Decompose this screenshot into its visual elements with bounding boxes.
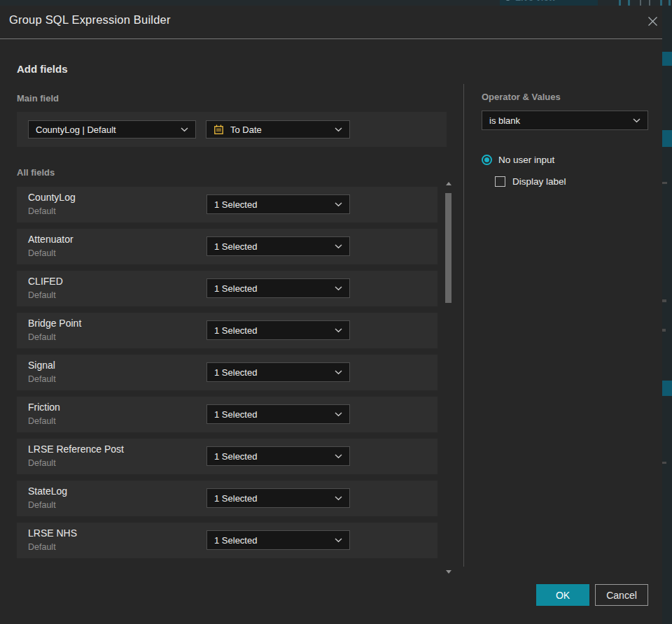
header-divider (0, 38, 662, 39)
field-selection-select[interactable]: 1 Selected (206, 530, 350, 550)
field-sublabel: Default (28, 290, 56, 300)
field-selection-select[interactable]: 1 Selected (206, 278, 350, 298)
scroll-down-icon[interactable] (446, 570, 451, 574)
field-selection-select[interactable]: 1 Selected (206, 488, 350, 508)
field-selection-value: 1 Selected (214, 283, 330, 294)
all-fields-label: All fields (17, 167, 55, 178)
chevron-down-icon (335, 328, 342, 333)
screen: Live view Group SQL Expression Builder A… (0, 0, 672, 624)
main-field-date-value: To Date (230, 125, 330, 135)
background-app-right-strip (662, 6, 672, 624)
group-sql-expression-builder-dialog: Group SQL Expression Builder Add fields … (0, 6, 662, 624)
radio-selected-icon (482, 155, 492, 165)
close-icon[interactable] (645, 14, 659, 28)
main-field-date-select[interactable]: To Date (206, 120, 350, 139)
toolbar-fragment (640, 0, 641, 6)
field-selection-select[interactable]: 1 Selected (206, 236, 350, 256)
live-view-fragment: Live view (500, 0, 598, 6)
chevron-down-icon (335, 412, 342, 417)
add-fields-heading: Add fields (17, 63, 68, 75)
background-fragment (662, 182, 667, 184)
toolbar-fragment (649, 0, 650, 6)
live-view-label: Live view (515, 0, 556, 3)
background-app-top-strip: Live view (0, 0, 672, 6)
operator-select-value: is blank (489, 115, 629, 126)
field-selection-select[interactable]: 1 Selected (206, 320, 350, 340)
field-sublabel: Default (28, 248, 56, 258)
field-sublabel: Default (28, 458, 56, 468)
display-label-checkbox[interactable]: Display label (495, 176, 566, 187)
all-fields-list: CountyLog Default 1 Selected Attenuator … (17, 187, 438, 565)
field-sublabel: Default (28, 374, 56, 384)
field-row: CountyLog Default 1 Selected (17, 187, 438, 222)
scrollbar-thumb[interactable] (445, 193, 451, 303)
field-selection-select[interactable]: 1 Selected (206, 362, 350, 382)
main-field-box: CountyLog | Default To Date (17, 112, 447, 147)
field-selection-value: 1 Selected (214, 199, 330, 210)
radio-label: No user input (498, 155, 554, 165)
field-selection-select[interactable]: 1 Selected (206, 404, 350, 424)
fields-list-scrollbar[interactable] (444, 180, 453, 575)
field-sublabel: Default (28, 206, 56, 216)
toolbar-fragment (619, 0, 621, 6)
chevron-down-icon (335, 127, 342, 132)
field-selection-value: 1 Selected (214, 367, 330, 378)
field-selection-value: 1 Selected (214, 409, 330, 420)
toolbar-fragment (668, 0, 671, 6)
chevron-down-icon (335, 244, 342, 249)
no-user-input-radio[interactable]: No user input (482, 155, 554, 165)
field-sublabel: Default (28, 542, 56, 552)
operator-select[interactable]: is blank (482, 111, 648, 130)
field-name: LRSE Reference Post (28, 444, 124, 455)
calendar-icon (214, 125, 224, 135)
cancel-button[interactable]: Cancel (595, 584, 648, 606)
background-fragment (662, 130, 672, 147)
field-sublabel: Default (28, 416, 56, 426)
field-selection-value: 1 Selected (214, 241, 330, 252)
field-row: LRSE NHS Default 1 Selected (17, 523, 438, 558)
field-sublabel: Default (28, 332, 56, 342)
field-name: Friction (28, 402, 60, 413)
field-row: StateLog Default 1 Selected (17, 481, 438, 516)
field-selection-select[interactable]: 1 Selected (206, 446, 350, 466)
chevron-down-icon (335, 496, 342, 501)
main-field-select-value: CountyLog | Default (36, 125, 176, 135)
checkbox-unchecked-icon (495, 176, 505, 187)
scroll-up-icon[interactable] (446, 182, 451, 185)
panel-divider (463, 84, 464, 567)
chevron-down-icon (335, 454, 342, 459)
main-field-select[interactable]: CountyLog | Default (28, 120, 196, 139)
background-fragment (662, 462, 666, 464)
field-row: Attenuator Default 1 Selected (17, 229, 438, 264)
field-name: StateLog (28, 485, 67, 497)
background-fragment (662, 381, 672, 396)
chevron-down-icon (181, 127, 188, 132)
live-view-dot-icon (505, 0, 510, 1)
field-name: Signal (28, 360, 55, 371)
chevron-down-icon (335, 286, 342, 291)
field-row: Bridge Point Default 1 Selected (17, 313, 438, 348)
main-field-label: Main field (17, 93, 59, 104)
field-selection-value: 1 Selected (214, 535, 330, 546)
field-name: CountyLog (28, 192, 76, 203)
background-fragment (662, 299, 666, 302)
ok-button[interactable]: OK (536, 584, 589, 606)
field-name: CLIFED (28, 276, 63, 287)
field-name: Bridge Point (28, 318, 81, 329)
dialog-title: Group SQL Expression Builder (9, 13, 171, 27)
field-row: CLIFED Default 1 Selected (17, 271, 438, 306)
field-selection-select[interactable]: 1 Selected (206, 194, 350, 214)
background-fragment (662, 329, 666, 332)
checkbox-label: Display label (512, 176, 566, 187)
field-row: LRSE Reference Post Default 1 Selected (17, 439, 438, 474)
toolbar-fragment (628, 0, 630, 6)
field-selection-value: 1 Selected (214, 451, 330, 462)
field-selection-value: 1 Selected (214, 493, 330, 504)
toolbar-fragment (660, 0, 662, 6)
chevron-down-icon (633, 118, 640, 123)
field-row: Signal Default 1 Selected (17, 355, 438, 390)
background-fragment (662, 52, 672, 66)
field-selection-value: 1 Selected (214, 325, 330, 336)
chevron-down-icon (335, 370, 342, 375)
field-name: Attenuator (28, 234, 74, 245)
